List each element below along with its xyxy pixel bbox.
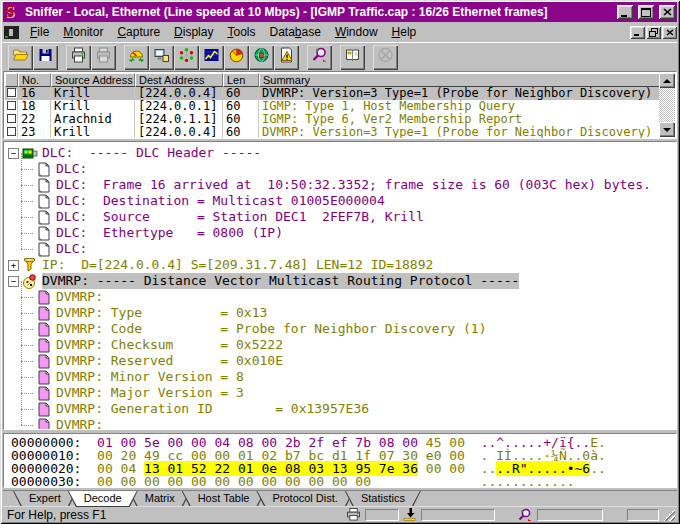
column-header-no-[interactable]: No. — [18, 73, 51, 87]
tab-host-table[interactable]: Host Table — [182, 491, 266, 507]
frame-number: 23 — [18, 126, 51, 139]
scroll-down-button[interactable] — [659, 122, 675, 137]
page-icon — [36, 226, 52, 241]
decode-line-text: DVMRP: Minor Version = 8 — [56, 369, 244, 385]
frame-row-22[interactable]: 22Arachnid[224.0.1.1]60IGMP: Type 6, Ver… — [5, 113, 659, 126]
column-header-source-address[interactable]: Source Address — [51, 73, 135, 87]
decode-tree-row[interactable]: DVMRP: Minor Version = 8 — [5, 369, 675, 385]
hex-offset: 00000030: — [11, 474, 97, 488]
decode-view: No.Source AddressDest AddressLenSummary … — [3, 71, 677, 489]
decode-tree-row[interactable]: DLC: — [5, 241, 675, 257]
capture-arrow-icon — [403, 508, 417, 521]
decode-tree-row[interactable]: +IP: D=[224.0.0.4] S=[209.31.7.48] LEN=1… — [5, 257, 675, 273]
column-header-summary[interactable]: Summary — [259, 73, 675, 87]
decode-tree-row[interactable]: DLC: — [5, 161, 675, 177]
column-header-select[interactable] — [5, 73, 18, 87]
resize-grip[interactable] — [663, 509, 675, 521]
menu-window[interactable]: Window — [328, 24, 385, 40]
menu-monitor[interactable]: Monitor — [56, 24, 110, 40]
tree-expand-plus-box[interactable]: + — [8, 260, 19, 271]
frame-row-16[interactable]: 16Krill[224.0.0.4]60DVMRP: Version=3 Typ… — [5, 87, 659, 100]
tab-decode[interactable]: Decode — [68, 491, 138, 507]
decode-tree-row[interactable]: DLC: Frame 16 arrived at 10:50:32.3352; … — [5, 177, 675, 193]
decode-tree-row[interactable]: DVMRP: Type = 0x13 — [5, 305, 675, 321]
decode-tree-row[interactable]: −DLC: ----- DLC Header ----- — [5, 145, 675, 161]
frame-length: 60 — [223, 87, 259, 100]
frame-dest: [224.0.0.4] — [135, 126, 223, 139]
frame-select-cell — [5, 87, 18, 100]
decode-line-text: DLC: Ethertype = 0800 (IP) — [56, 225, 283, 241]
column-header-dest-address[interactable]: Dest Address — [135, 73, 223, 87]
menu-tools[interactable]: Tools — [220, 24, 262, 40]
frame-source: Krill — [51, 87, 135, 100]
close-button[interactable] — [659, 5, 675, 19]
page-pink-icon — [36, 338, 52, 353]
print-button[interactable] — [66, 45, 91, 70]
frame-checkbox[interactable] — [7, 127, 16, 136]
decode-tree-row[interactable]: DLC: Destination = Multicast 01005E00000… — [5, 193, 675, 209]
child-minimize-button[interactable] — [630, 26, 645, 39]
page-pink-icon — [36, 354, 52, 369]
host-table-button[interactable] — [149, 45, 174, 70]
frame-checkbox[interactable] — [7, 88, 16, 97]
dashboard-gauge-button[interactable] — [124, 45, 149, 70]
frame-checkbox[interactable] — [7, 114, 16, 123]
column-header-len[interactable]: Len — [223, 73, 259, 87]
tree-expand-minus-box[interactable]: − — [8, 148, 19, 159]
decode-tree-row[interactable]: DVMRP: Checksum = 0x5222 — [5, 337, 675, 353]
protocol-distribution-pie-button[interactable] — [224, 45, 249, 70]
decode-tree-row[interactable]: DLC: Ethertype = 0800 (IP) — [5, 225, 675, 241]
tab-protocol-dist-[interactable]: Protocol Dist. — [256, 491, 353, 507]
decode-tree-row[interactable]: DVMRP: — [5, 417, 675, 430]
address-book-button[interactable] — [340, 45, 365, 70]
alarm-log-button[interactable] — [274, 45, 299, 70]
menu-file[interactable]: File — [23, 24, 56, 40]
frame-length: 60 — [223, 126, 259, 139]
maximize-button[interactable] — [638, 5, 654, 19]
frame-summary: IGMP: Type 6, Ver2 Membership Report — [259, 113, 659, 126]
history-chart-button[interactable] — [199, 45, 224, 70]
frame-checkbox[interactable] — [7, 101, 16, 110]
child-close-button[interactable] — [662, 26, 677, 39]
decode-line-text: DVMRP: ----- Distance Vector Multicast R… — [42, 273, 519, 289]
frame-source: Krill — [51, 100, 135, 113]
history-chart-icon — [203, 47, 220, 67]
menu-capture[interactable]: Capture — [110, 24, 167, 40]
menu-display[interactable]: Display — [167, 24, 220, 40]
page-pink-icon — [36, 370, 52, 385]
child-restore-button[interactable] — [646, 26, 661, 39]
tab-statistics[interactable]: Statistics — [345, 491, 421, 507]
decode-line-text: DLC: Destination = Multicast 01005E00000… — [56, 193, 385, 209]
capture-magnifier-button[interactable] — [307, 45, 332, 70]
page-pink-icon — [36, 418, 52, 431]
frame-summary-table: No.Source AddressDest AddressLenSummary … — [3, 71, 677, 139]
frame-row-18[interactable]: 18Krill[224.0.0.1]60IGMP: Type 1, Host M… — [5, 100, 659, 113]
hex-line[interactable]: 00000030: 00 00 00 00 00 00 00 00 00 00 … — [11, 475, 675, 488]
frame-source: Arachnid — [51, 113, 135, 126]
decode-tree-row[interactable]: DLC: Source = Station DEC1 2FEF7B, Krill — [5, 209, 675, 225]
tree-expand-minus-box[interactable]: − — [8, 276, 19, 287]
decode-tree-row[interactable]: DVMRP: Reserved = 0x010E — [5, 353, 675, 369]
decode-tree-row[interactable]: −DVMRP: ----- Distance Vector Multicast … — [5, 273, 675, 289]
minimize-button[interactable] — [617, 5, 633, 19]
open-file-button[interactable] — [8, 45, 33, 70]
decode-line-text: IP: D=[224.0.0.4] S=[209.31.7.48] LEN=12… — [42, 257, 433, 273]
scroll-up-button[interactable] — [659, 73, 675, 88]
table-scrollbar[interactable] — [659, 73, 675, 137]
save-button[interactable] — [33, 45, 58, 70]
decode-tree-row[interactable]: DVMRP: Generation ID = 0x13957E36 — [5, 401, 675, 417]
decode-tree-row[interactable]: DVMRP: Code = Probe for Neighbor Discove… — [5, 321, 675, 337]
document-system-menu-icon[interactable] — [4, 26, 19, 39]
page-icon — [36, 162, 52, 177]
global-statistics-globe-button[interactable] — [249, 45, 274, 70]
menu-help[interactable]: Help — [385, 24, 424, 40]
frame-row-23[interactable]: 23Krill[224.0.0.4]60DVMRP: Version=3 Typ… — [5, 126, 659, 139]
frame-dest: [224.0.1.1] — [135, 113, 223, 126]
matrix-button[interactable] — [174, 45, 199, 70]
printer-icon — [346, 508, 361, 521]
menu-database[interactable]: Database — [262, 24, 327, 40]
frame-length: 60 — [223, 113, 259, 126]
decode-tree-row[interactable]: DVMRP: — [5, 289, 675, 305]
decode-tree-row[interactable]: DVMRP: Major Version = 3 — [5, 385, 675, 401]
hex-byte-run: 00 00 00 00 00 00 00 00 00 00 00 00 — [97, 474, 371, 488]
